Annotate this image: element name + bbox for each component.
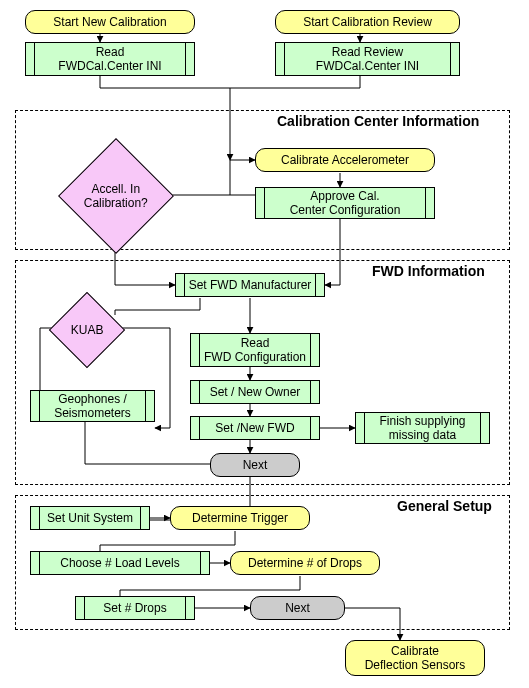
set-unit-system: Set Unit System	[30, 506, 150, 530]
section3-title: General Setup	[395, 498, 494, 514]
next-general: Next	[250, 596, 345, 620]
approve-center-config: Approve Cal. Center Configuration	[255, 187, 435, 219]
section1-title: Calibration Center Information	[275, 113, 481, 129]
next-fwd: Next	[210, 453, 300, 477]
finish-missing-data: Finish supplying missing data	[355, 412, 490, 444]
decision-kuab-label: KUAB	[71, 323, 104, 337]
section2-title: FWD Information	[370, 263, 487, 279]
read-ini: Read FWDCal.Center INI	[25, 42, 195, 76]
set-new-owner: Set / New Owner	[190, 380, 320, 404]
read-review-ini: Read Review FWDCal.Center INI	[275, 42, 460, 76]
set-new-fwd: Set /New FWD	[190, 416, 320, 440]
determine-drops: Determine # of Drops	[230, 551, 380, 575]
determine-trigger: Determine Trigger	[170, 506, 310, 530]
calibrate-deflection-sensors: Calibrate Deflection Sensors	[345, 640, 485, 676]
set-fwd-manufacturer: Set FWD Manufacturer	[175, 273, 325, 297]
set-drops: Set # Drops	[75, 596, 195, 620]
calibrate-accelerometer: Calibrate Accelerometer	[255, 148, 435, 172]
read-fwd-config: Read FWD Configuration	[190, 333, 320, 367]
choose-load-levels: Choose # Load Levels	[30, 551, 210, 575]
start-calibration-review: Start Calibration Review	[275, 10, 460, 34]
decision-accel-label: Accell. In Calibration?	[84, 182, 148, 211]
start-new-calibration: Start New Calibration	[25, 10, 195, 34]
geophones-seismometers: Geophones / Seismometers	[30, 390, 155, 422]
